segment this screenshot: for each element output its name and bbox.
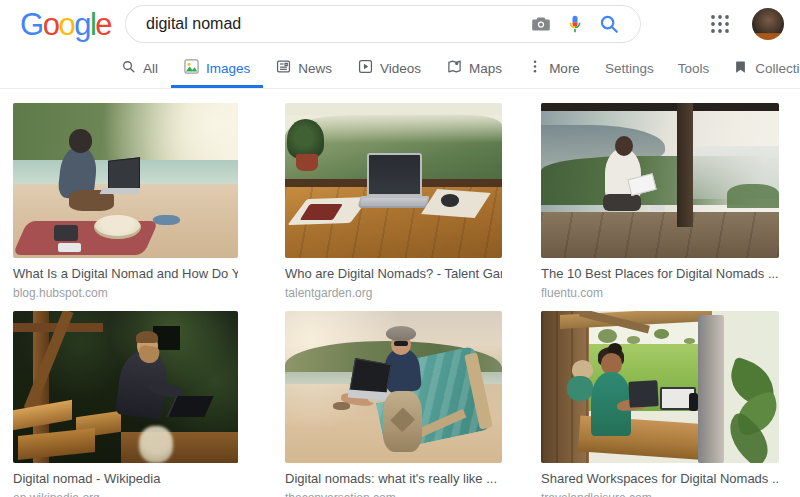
person-legs-shape — [603, 194, 641, 211]
laptop-base-shape — [99, 188, 141, 194]
mic-icon[interactable] — [558, 9, 592, 39]
bench-shape — [18, 428, 95, 460]
settings-button[interactable]: Settings — [593, 48, 666, 88]
result-caption: Shared Workspaces for Digital Nomads ...… — [541, 471, 779, 497]
camera-shape — [54, 225, 79, 241]
laptop-shape — [628, 380, 658, 407]
sunglasses-shape — [394, 341, 408, 346]
result-domain[interactable]: fluentu.com — [541, 286, 779, 300]
result-title[interactable]: The 10 Best Places for Digital Nomads ..… — [541, 266, 779, 283]
result-thumbnail[interactable] — [285, 103, 502, 258]
apps-grid-icon[interactable] — [706, 10, 734, 38]
result-thumbnail[interactable] — [541, 311, 779, 463]
person-head-shape — [615, 136, 633, 156]
tools-button[interactable]: Tools — [666, 48, 722, 88]
bushes-shape — [727, 184, 779, 209]
camera-icon[interactable] — [524, 9, 558, 39]
roof-beam-shape — [541, 103, 779, 111]
hat-shape — [386, 326, 416, 341]
sandal-shape — [333, 402, 350, 410]
result-caption: The 10 Best Places for Digital Nomads ..… — [541, 266, 779, 300]
plant-shape — [287, 119, 324, 159]
tab-label: More — [549, 61, 580, 76]
tab-label: News — [298, 61, 332, 76]
logo-letter: o — [58, 9, 74, 40]
tab-videos[interactable]: Videos — [345, 48, 434, 88]
bookmark-icon — [733, 59, 748, 78]
images-icon — [184, 59, 199, 77]
tab-label: Videos — [380, 61, 421, 76]
laptop-shape — [166, 396, 214, 417]
tab-label: All — [143, 61, 158, 76]
laptop-shape — [367, 153, 421, 196]
search-bar[interactable] — [125, 5, 641, 43]
result-thumbnail[interactable] — [13, 311, 238, 463]
logo-letter: o — [43, 9, 59, 40]
tab-news[interactable]: News — [263, 48, 345, 88]
logo-letter: e — [95, 9, 111, 40]
image-result: Digital nomads: what it's really like ..… — [285, 311, 502, 497]
bottle-shape — [689, 393, 699, 411]
result-title[interactable]: Digital nomad - Wikipedia — [13, 471, 238, 488]
result-domain[interactable]: theconversation.com — [285, 491, 502, 497]
second-person-shape — [567, 376, 593, 400]
result-title[interactable]: Digital nomads: what it's really like ..… — [285, 471, 502, 488]
logo-letter: G — [20, 9, 43, 40]
mouse-shape — [441, 194, 458, 206]
laptop-shape — [108, 157, 140, 191]
profile-avatar[interactable] — [752, 8, 784, 40]
maps-icon — [447, 59, 462, 77]
more-dots-icon — [528, 59, 542, 77]
result-thumbnail[interactable] — [541, 103, 779, 258]
image-result: Digital nomad - Wikipedia en.wikipedia.o… — [13, 311, 238, 497]
result-title[interactable]: Who are Digital Nomads? - Talent Garden — [285, 266, 502, 283]
hair-shape — [136, 331, 159, 343]
results-row: What Is a Digital Nomad and How Do You .… — [13, 103, 800, 300]
image-result: The 10 Best Places for Digital Nomads ..… — [541, 103, 779, 300]
tab-images[interactable]: Images — [171, 48, 263, 88]
result-domain[interactable]: en.wikipedia.org — [13, 491, 238, 497]
search-input[interactable] — [146, 15, 524, 33]
tab-maps[interactable]: Maps — [434, 48, 515, 88]
deck-shape — [541, 212, 779, 259]
tab-all[interactable]: All — [108, 48, 171, 88]
results-row: Digital nomad - Wikipedia en.wikipedia.o… — [13, 311, 800, 497]
tab-bar: All Images News Videos Maps More Setting… — [0, 48, 800, 89]
flipflop-shape — [153, 215, 180, 226]
collections-label: Collections — [755, 61, 800, 76]
image-result: Shared Workspaces for Digital Nomads ...… — [541, 311, 779, 497]
google-logo[interactable]: Google — [20, 9, 111, 40]
header: Google — [0, 0, 800, 48]
image-results-grid: What Is a Digital Nomad and How Do You .… — [0, 89, 800, 497]
tab-label: Maps — [469, 61, 502, 76]
phone-shape — [58, 243, 81, 252]
phone-shape — [650, 205, 664, 211]
pillar-shape — [698, 315, 724, 462]
jar-shape — [139, 426, 173, 462]
pot-shape — [296, 154, 318, 171]
hills-sky-shape — [13, 103, 238, 162]
news-icon — [276, 59, 291, 77]
collections-button[interactable]: Collections — [721, 48, 800, 88]
search-icon[interactable] — [592, 9, 626, 39]
search-icon — [121, 59, 136, 77]
result-title[interactable]: What Is a Digital Nomad and How Do You .… — [13, 266, 238, 283]
result-domain[interactable]: talentgarden.org — [285, 286, 502, 300]
tab-more[interactable]: More — [515, 48, 593, 88]
result-domain[interactable]: travelandleisure.com — [541, 491, 779, 497]
videos-icon — [358, 59, 373, 77]
settings-label: Settings — [605, 61, 654, 76]
palm-trees-shape — [598, 329, 617, 343]
post-shape — [677, 103, 694, 227]
header-right — [706, 8, 784, 40]
result-caption: What Is a Digital Nomad and How Do You .… — [13, 266, 238, 300]
tab-label: Images — [206, 61, 250, 76]
result-thumbnail[interactable] — [285, 311, 502, 463]
result-caption: Digital nomad - Wikipedia en.wikipedia.o… — [13, 471, 238, 497]
laptop-base-shape — [357, 196, 430, 208]
logo-letter: g — [74, 9, 90, 40]
result-caption: Who are Digital Nomads? - Talent Garden … — [285, 266, 502, 300]
result-thumbnail[interactable] — [13, 103, 238, 258]
result-domain[interactable]: blog.hubspot.com — [13, 286, 238, 300]
result-title[interactable]: Shared Workspaces for Digital Nomads ... — [541, 471, 779, 488]
